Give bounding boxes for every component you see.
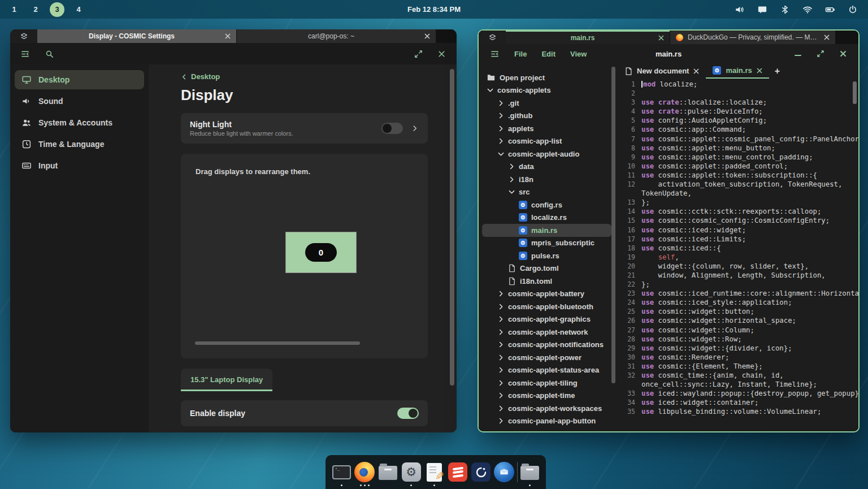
menu-file[interactable]: File bbox=[514, 50, 527, 58]
sidebar-toggle-icon[interactable] bbox=[20, 49, 30, 59]
maximize-icon[interactable] bbox=[817, 50, 824, 58]
close-icon[interactable] bbox=[693, 68, 699, 74]
tree-item[interactable]: i18n.toml bbox=[482, 275, 611, 288]
doc-tab-main-rs[interactable]: ⚙ main.rs bbox=[706, 63, 769, 79]
chevron-right-icon[interactable] bbox=[497, 354, 505, 361]
tree-item[interactable]: ⚙main.rs bbox=[482, 224, 611, 237]
tree-item[interactable]: data bbox=[482, 161, 611, 174]
layers-icon[interactable] bbox=[479, 31, 506, 44]
sidebar-item-sound[interactable]: Sound bbox=[15, 92, 144, 111]
window-tab-terminal[interactable]: carl@pop-os: ~ bbox=[237, 29, 436, 43]
layers-icon[interactable] bbox=[10, 29, 37, 43]
power-icon[interactable] bbox=[848, 5, 858, 15]
tree-item[interactable]: cosmic-applets bbox=[482, 84, 611, 97]
menu-edit[interactable]: Edit bbox=[541, 50, 555, 58]
dock-item-settings[interactable]: ⚙ bbox=[401, 457, 422, 487]
night-light-toggle[interactable] bbox=[381, 123, 403, 134]
chevron-right-icon[interactable] bbox=[497, 328, 505, 336]
dock-item-thunderbird[interactable] bbox=[493, 457, 515, 487]
maximize-icon[interactable] bbox=[414, 49, 423, 59]
tree-item[interactable]: cosmic-applet-graphics bbox=[482, 313, 611, 326]
close-icon[interactable] bbox=[225, 33, 231, 39]
new-tab-button[interactable]: + bbox=[769, 63, 785, 79]
tree-item[interactable]: cosmic-app-list bbox=[482, 135, 611, 148]
chevron-right-icon[interactable] bbox=[497, 315, 505, 323]
chevron-right-icon[interactable] bbox=[497, 405, 505, 412]
window-tab-firefox[interactable]: DuckDuckGo — Privacy, simplified. — Mozi… bbox=[670, 31, 835, 44]
chevron-right-icon[interactable] bbox=[497, 112, 505, 119]
volume-icon[interactable] bbox=[735, 5, 745, 15]
tree-item[interactable]: cosmic-applet-time bbox=[482, 390, 611, 403]
tree-item[interactable]: .github bbox=[482, 110, 611, 123]
sidebar-item-time-language[interactable]: Time & Language bbox=[15, 135, 144, 154]
tree-item[interactable]: cosmic-applet-workspaces bbox=[482, 402, 611, 415]
editor-vertical-scrollbar[interactable] bbox=[853, 81, 857, 104]
tree-item[interactable]: cosmic-applet-tiling bbox=[482, 377, 611, 390]
sidebar-item-system-accounts[interactable]: System & Accounts bbox=[15, 113, 144, 132]
chevron-right-icon[interactable] bbox=[497, 341, 505, 348]
close-icon[interactable] bbox=[424, 33, 430, 39]
chevron-right-icon[interactable] bbox=[497, 366, 505, 374]
close-icon[interactable] bbox=[757, 68, 762, 73]
sidebar-item-desktop[interactable]: Desktop bbox=[15, 70, 144, 89]
workspace-switcher[interactable]: 1234 bbox=[0, 2, 86, 17]
close-icon[interactable] bbox=[658, 35, 664, 41]
chevron-right-icon[interactable] bbox=[497, 125, 505, 132]
tree-item[interactable]: ⚙pulse.rs bbox=[482, 249, 611, 262]
dock-item-folder[interactable] bbox=[519, 457, 541, 487]
dock-item-terminal[interactable] bbox=[331, 457, 352, 487]
tree-item[interactable]: cosmic-applet-battery bbox=[482, 288, 611, 301]
chevron-right-icon[interactable] bbox=[497, 290, 505, 297]
settings-vertical-scrollbar[interactable] bbox=[450, 69, 454, 386]
tree-scrollbar[interactable] bbox=[611, 67, 615, 383]
dock-item-todoist[interactable] bbox=[447, 457, 468, 487]
workspace-button-3[interactable]: 3 bbox=[50, 2, 64, 17]
close-icon[interactable] bbox=[824, 34, 830, 40]
tree-item[interactable]: .git bbox=[482, 97, 611, 110]
tree-item[interactable]: src bbox=[482, 186, 611, 199]
search-icon[interactable] bbox=[45, 49, 54, 59]
chevron-right-icon[interactable] bbox=[497, 417, 505, 425]
display-tab[interactable]: 15.3" Laptop Display bbox=[181, 369, 272, 391]
dock-item-text-editor[interactable] bbox=[424, 457, 445, 487]
chevron-right-icon[interactable] bbox=[497, 303, 505, 310]
window-tab-editor[interactable]: main.rs bbox=[506, 31, 670, 44]
battery-icon[interactable] bbox=[825, 5, 835, 15]
tree-item[interactable]: i18n bbox=[482, 173, 611, 186]
tree-item[interactable]: cosmic-applet-bluetooth bbox=[482, 300, 611, 313]
tree-item[interactable]: ⚙mpris_subscriptic bbox=[482, 237, 611, 250]
close-icon[interactable] bbox=[839, 50, 847, 58]
tree-item[interactable]: Open project bbox=[482, 71, 611, 84]
tree-item[interactable]: cosmic-panel-app-button bbox=[482, 415, 611, 428]
display-rect[interactable]: 0 bbox=[285, 232, 357, 273]
chevron-right-icon[interactable] bbox=[508, 176, 515, 183]
minimize-icon[interactable] bbox=[794, 50, 802, 58]
tree-item[interactable]: cosmic-applet-notifications bbox=[482, 339, 611, 352]
chevron-down-icon[interactable] bbox=[508, 188, 515, 196]
chevron-right-icon[interactable] bbox=[497, 99, 505, 107]
chevron-right-icon[interactable] bbox=[497, 379, 505, 387]
chevron-right-icon[interactable] bbox=[508, 163, 515, 170]
bluetooth-icon[interactable] bbox=[780, 5, 790, 15]
wifi-icon[interactable] bbox=[802, 5, 813, 15]
breadcrumb[interactable]: Desktop bbox=[181, 72, 428, 81]
chevron-down-icon[interactable] bbox=[497, 150, 505, 158]
chevron-down-icon[interactable] bbox=[487, 86, 494, 94]
dock-item-mattermost[interactable] bbox=[470, 457, 492, 487]
workspace-button-1[interactable]: 1 bbox=[7, 2, 21, 17]
sidebar-item-input[interactable]: Input bbox=[15, 156, 144, 175]
tree-item[interactable]: cosmic-applet-power bbox=[482, 351, 611, 364]
code-area[interactable]: 1mod localize;23use crate::localize::loc… bbox=[617, 79, 858, 430]
workspace-button-2[interactable]: 2 bbox=[28, 2, 43, 17]
workspace-button-4[interactable]: 4 bbox=[71, 2, 86, 17]
chevron-right-icon[interactable] bbox=[497, 392, 505, 399]
night-light-row[interactable]: Night Light Reduce blue light with warme… bbox=[181, 113, 428, 144]
sidebar-toggle-icon[interactable] bbox=[490, 49, 500, 59]
close-icon[interactable] bbox=[437, 49, 446, 59]
chat-icon[interactable] bbox=[757, 5, 767, 15]
tree-item[interactable]: applets bbox=[482, 122, 611, 135]
tree-item[interactable]: ⚙localize.rs bbox=[482, 211, 611, 224]
tree-item[interactable]: cosmic-applet-status-area bbox=[482, 364, 611, 377]
tree-item[interactable]: Cargo.toml bbox=[482, 262, 611, 275]
dock-item-firefox[interactable] bbox=[354, 457, 375, 487]
